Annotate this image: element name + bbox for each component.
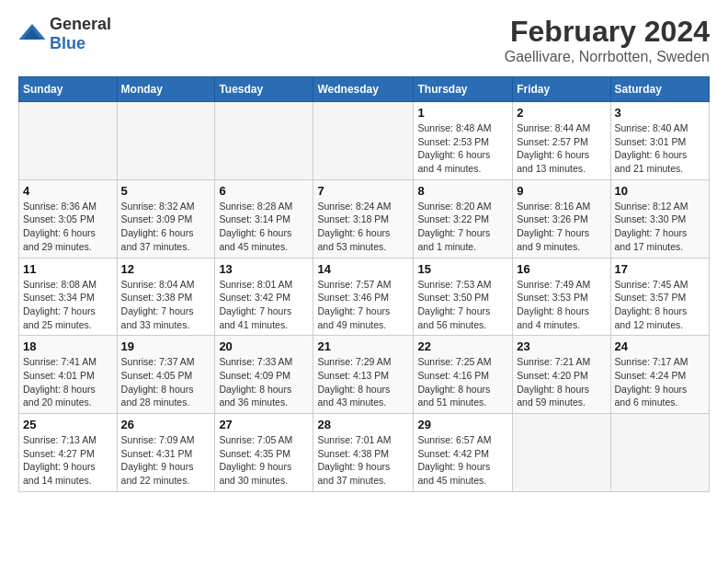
calendar-cell: 15Sunrise: 7:53 AM Sunset: 3:50 PM Dayli…	[414, 258, 513, 336]
day-number: 11	[23, 262, 113, 276]
calendar-table: SundayMondayTuesdayWednesdayThursdayFrid…	[18, 76, 710, 492]
day-number: 6	[219, 184, 309, 198]
calendar-week-row: 18Sunrise: 7:41 AM Sunset: 4:01 PM Dayli…	[19, 336, 710, 414]
day-info: Sunrise: 7:57 AM Sunset: 3:46 PM Dayligh…	[317, 278, 409, 332]
logo-icon	[18, 24, 46, 44]
calendar-cell	[215, 102, 313, 180]
day-number: 24	[615, 339, 705, 353]
calendar-cell: 3Sunrise: 8:40 AM Sunset: 3:01 PM Daylig…	[610, 102, 709, 180]
day-info: Sunrise: 8:32 AM Sunset: 3:09 PM Dayligh…	[121, 200, 211, 254]
weekday-header: Tuesday	[215, 77, 313, 102]
calendar-header: SundayMondayTuesdayWednesdayThursdayFrid…	[19, 77, 710, 102]
day-number: 26	[121, 418, 211, 431]
day-info: Sunrise: 8:04 AM Sunset: 3:38 PM Dayligh…	[121, 278, 211, 332]
day-number: 12	[121, 262, 211, 276]
calendar-cell: 5Sunrise: 8:32 AM Sunset: 3:09 PM Daylig…	[117, 179, 215, 258]
day-info: Sunrise: 8:08 AM Sunset: 3:34 PM Dayligh…	[23, 278, 113, 332]
weekday-header: Sunday	[19, 77, 118, 102]
day-info: Sunrise: 8:44 AM Sunset: 2:57 PM Dayligh…	[517, 121, 606, 176]
day-info: Sunrise: 8:48 AM Sunset: 2:53 PM Dayligh…	[417, 121, 508, 176]
weekday-header: Saturday	[610, 77, 709, 102]
header: General Blue February 2024 Gaellivare, N…	[18, 15, 710, 65]
day-number: 29	[417, 418, 508, 431]
calendar-week-row: 1Sunrise: 8:48 AM Sunset: 2:53 PM Daylig…	[19, 102, 710, 180]
title-section: February 2024 Gaellivare, Norrbotten, Sw…	[505, 15, 710, 65]
calendar-cell: 25Sunrise: 7:13 AM Sunset: 4:27 PM Dayli…	[19, 414, 118, 492]
day-info: Sunrise: 7:29 AM Sunset: 4:13 PM Dayligh…	[317, 355, 409, 409]
weekday-header: Friday	[513, 77, 610, 102]
weekday-header: Monday	[117, 77, 215, 102]
day-number: 22	[417, 339, 508, 353]
calendar-cell: 29Sunrise: 6:57 AM Sunset: 4:42 PM Dayli…	[414, 414, 513, 492]
day-number: 9	[517, 184, 606, 198]
day-info: Sunrise: 7:49 AM Sunset: 3:53 PM Dayligh…	[517, 278, 606, 332]
day-number: 28	[317, 418, 409, 431]
day-info: Sunrise: 7:37 AM Sunset: 4:05 PM Dayligh…	[121, 355, 211, 409]
day-number: 15	[417, 262, 508, 276]
calendar-cell: 11Sunrise: 8:08 AM Sunset: 3:34 PM Dayli…	[19, 258, 118, 336]
day-info: Sunrise: 8:01 AM Sunset: 3:42 PM Dayligh…	[219, 278, 309, 332]
day-number: 5	[121, 184, 211, 198]
day-info: Sunrise: 7:53 AM Sunset: 3:50 PM Dayligh…	[417, 278, 508, 332]
calendar-cell: 10Sunrise: 8:12 AM Sunset: 3:30 PM Dayli…	[610, 179, 709, 258]
calendar-week-row: 11Sunrise: 8:08 AM Sunset: 3:34 PM Dayli…	[19, 258, 710, 336]
calendar-cell: 19Sunrise: 7:37 AM Sunset: 4:05 PM Dayli…	[117, 336, 215, 414]
day-number: 19	[121, 339, 211, 353]
calendar-cell: 6Sunrise: 8:28 AM Sunset: 3:14 PM Daylig…	[215, 179, 313, 258]
day-info: Sunrise: 8:16 AM Sunset: 3:26 PM Dayligh…	[517, 200, 606, 254]
day-info: Sunrise: 7:13 AM Sunset: 4:27 PM Dayligh…	[23, 433, 113, 488]
calendar-cell: 12Sunrise: 8:04 AM Sunset: 3:38 PM Dayli…	[117, 258, 215, 336]
calendar-cell	[513, 414, 610, 492]
day-number: 23	[517, 339, 606, 353]
day-info: Sunrise: 7:05 AM Sunset: 4:35 PM Dayligh…	[219, 433, 309, 488]
calendar-cell	[117, 102, 215, 180]
calendar-week-row: 4Sunrise: 8:36 AM Sunset: 3:05 PM Daylig…	[19, 179, 710, 258]
calendar-cell: 26Sunrise: 7:09 AM Sunset: 4:31 PM Dayli…	[117, 414, 215, 492]
calendar-cell: 13Sunrise: 8:01 AM Sunset: 3:42 PM Dayli…	[215, 258, 313, 336]
weekday-header: Wednesday	[313, 77, 414, 102]
calendar-cell: 16Sunrise: 7:49 AM Sunset: 3:53 PM Dayli…	[513, 258, 610, 336]
calendar-cell: 21Sunrise: 7:29 AM Sunset: 4:13 PM Dayli…	[313, 336, 414, 414]
calendar-cell: 18Sunrise: 7:41 AM Sunset: 4:01 PM Dayli…	[19, 336, 118, 414]
day-info: Sunrise: 7:33 AM Sunset: 4:09 PM Dayligh…	[219, 355, 309, 409]
day-info: Sunrise: 8:40 AM Sunset: 3:01 PM Dayligh…	[615, 121, 705, 176]
day-info: Sunrise: 8:24 AM Sunset: 3:18 PM Dayligh…	[317, 200, 409, 254]
day-number: 27	[219, 418, 309, 431]
calendar-cell: 14Sunrise: 7:57 AM Sunset: 3:46 PM Dayli…	[313, 258, 414, 336]
calendar-cell: 24Sunrise: 7:17 AM Sunset: 4:24 PM Dayli…	[610, 336, 709, 414]
day-number: 3	[615, 106, 705, 120]
logo-general: General	[50, 15, 111, 33]
day-number: 4	[23, 184, 113, 198]
calendar-cell: 2Sunrise: 8:44 AM Sunset: 2:57 PM Daylig…	[513, 102, 610, 180]
day-number: 18	[23, 339, 113, 353]
day-number: 13	[219, 262, 309, 276]
calendar-cell: 27Sunrise: 7:05 AM Sunset: 4:35 PM Dayli…	[215, 414, 313, 492]
calendar-cell	[313, 102, 414, 180]
day-info: Sunrise: 8:36 AM Sunset: 3:05 PM Dayligh…	[23, 200, 113, 254]
main-title: February 2024	[505, 15, 710, 49]
calendar-body: 1Sunrise: 8:48 AM Sunset: 2:53 PM Daylig…	[19, 102, 710, 492]
subtitle: Gaellivare, Norrbotten, Sweden	[505, 49, 710, 65]
day-number: 10	[615, 184, 705, 198]
logo-blue: Blue	[50, 34, 85, 52]
day-number: 17	[615, 262, 705, 276]
calendar-cell: 23Sunrise: 7:21 AM Sunset: 4:20 PM Dayli…	[513, 336, 610, 414]
day-info: Sunrise: 7:01 AM Sunset: 4:38 PM Dayligh…	[317, 433, 409, 488]
day-number: 21	[317, 339, 409, 353]
day-info: Sunrise: 7:09 AM Sunset: 4:31 PM Dayligh…	[121, 433, 211, 488]
calendar-cell: 1Sunrise: 8:48 AM Sunset: 2:53 PM Daylig…	[414, 102, 513, 180]
day-info: Sunrise: 7:21 AM Sunset: 4:20 PM Dayligh…	[517, 355, 606, 409]
calendar-cell: 20Sunrise: 7:33 AM Sunset: 4:09 PM Dayli…	[215, 336, 313, 414]
calendar-cell: 7Sunrise: 8:24 AM Sunset: 3:18 PM Daylig…	[313, 179, 414, 258]
day-number: 8	[417, 184, 508, 198]
day-number: 1	[417, 106, 508, 120]
calendar-cell: 17Sunrise: 7:45 AM Sunset: 3:57 PM Dayli…	[610, 258, 709, 336]
day-info: Sunrise: 8:12 AM Sunset: 3:30 PM Dayligh…	[615, 200, 705, 254]
day-number: 14	[317, 262, 409, 276]
calendar-cell: 28Sunrise: 7:01 AM Sunset: 4:38 PM Dayli…	[313, 414, 414, 492]
day-number: 25	[23, 418, 113, 431]
calendar-cell	[19, 102, 118, 180]
logo: General Blue	[18, 15, 111, 53]
day-info: Sunrise: 7:17 AM Sunset: 4:24 PM Dayligh…	[615, 355, 705, 409]
calendar-cell: 4Sunrise: 8:36 AM Sunset: 3:05 PM Daylig…	[19, 179, 118, 258]
